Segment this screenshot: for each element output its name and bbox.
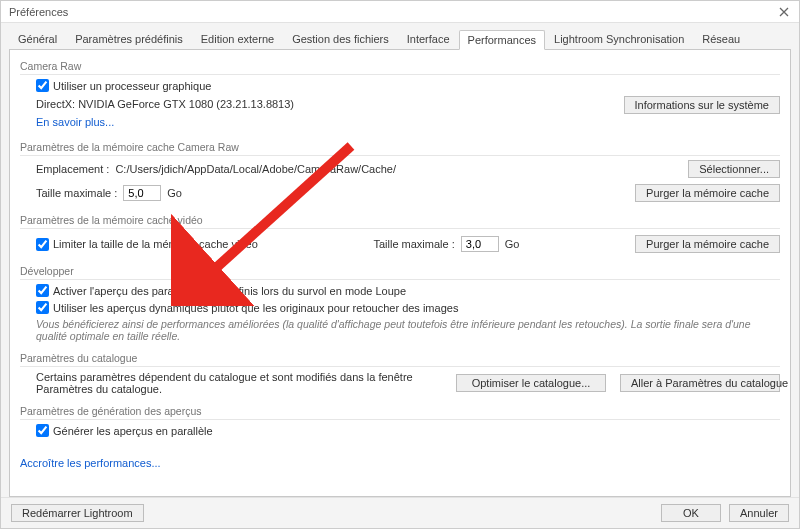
tabs-bar: Général Paramètres prédéfinis Edition ex… <box>1 23 799 49</box>
smart-previews-input[interactable] <box>36 301 49 314</box>
preview-presets-label: Activer l'aperçu des paramètres prédéfin… <box>53 285 406 297</box>
limit-video-cache-label: Limiter la taille de la mémoire cache vi… <box>53 238 258 250</box>
use-gpu-input[interactable] <box>36 79 49 92</box>
tab-general[interactable]: Général <box>9 29 66 49</box>
close-icon[interactable] <box>775 3 793 21</box>
cancel-button[interactable]: Annuler <box>729 504 789 522</box>
optimize-catalog-button[interactable]: Optimiser le catalogue... <box>456 374 606 392</box>
cache-location-label: Emplacement : <box>36 163 109 175</box>
tab-network[interactable]: Réseau <box>693 29 749 49</box>
limit-video-cache-checkbox[interactable]: Limiter la taille de la mémoire cache vi… <box>36 238 258 251</box>
group-video-cache: Limiter la taille de la mémoire cache vi… <box>20 228 780 261</box>
parallel-previews-label: Générer les aperçus en parallèle <box>53 425 213 437</box>
content-panel: Camera Raw Utiliser un processeur graphi… <box>9 49 791 497</box>
group-develop: Activer l'aperçu des paramètres prédéfin… <box>20 279 780 348</box>
tab-file-handling[interactable]: Gestion des fichiers <box>283 29 398 49</box>
choose-cache-button[interactable]: Sélectionner... <box>688 160 780 178</box>
tab-lightroom-sync[interactable]: Lightroom Synchronisation <box>545 29 693 49</box>
preview-presets-checkbox[interactable]: Activer l'aperçu des paramètres prédéfin… <box>36 284 780 297</box>
learn-more-link[interactable]: En savoir plus... <box>36 116 114 128</box>
raw-cache-maxsize-label: Taille maximale : <box>36 187 117 199</box>
titlebar: Préférences <box>1 1 799 23</box>
group-title-catalog: Paramètres du catalogue <box>20 352 780 364</box>
video-cache-maxsize-label: Taille maximale : <box>373 238 454 250</box>
parallel-previews-input[interactable] <box>36 424 49 437</box>
group-title-camera-raw: Camera Raw <box>20 60 780 72</box>
video-cache-maxsize-input[interactable] <box>461 236 499 252</box>
group-title-raw-cache: Paramètres de la mémoire cache Camera Ra… <box>20 141 780 153</box>
preview-presets-input[interactable] <box>36 284 49 297</box>
raw-cache-maxsize-input[interactable] <box>123 185 161 201</box>
group-preview-gen: Générer les aperçus en parallèle <box>20 419 780 443</box>
tab-interface[interactable]: Interface <box>398 29 459 49</box>
group-title-preview-gen: Paramètres de génération des aperçus <box>20 405 780 417</box>
go-catalog-settings-button[interactable]: Aller à Paramètres du catalogue <box>620 374 780 392</box>
parallel-previews-checkbox[interactable]: Générer les aperçus en parallèle <box>36 424 780 437</box>
tab-presets[interactable]: Paramètres prédéfinis <box>66 29 192 49</box>
group-catalog: Certains paramètres dépendent du catalog… <box>20 366 780 401</box>
catalog-note: Certains paramètres dépendent du catalog… <box>36 371 442 395</box>
performance-link[interactable]: Accroître les performances... <box>20 457 161 469</box>
tab-performance[interactable]: Performances <box>459 30 545 50</box>
window-title: Préférences <box>9 6 68 18</box>
group-title-develop: Développer <box>20 265 780 277</box>
smart-previews-checkbox[interactable]: Utiliser les aperçus dynamiques plutôt q… <box>36 301 780 314</box>
cache-location-value: C:/Users/jdich/AppData/Local/Adobe/Camer… <box>115 163 396 175</box>
gpu-info-text: DirectX: NVIDIA GeForce GTX 1080 (23.21.… <box>36 98 294 110</box>
use-gpu-label: Utiliser un processeur graphique <box>53 80 211 92</box>
smart-previews-label: Utiliser les aperçus dynamiques plutôt q… <box>53 302 458 314</box>
footer: Redémarrer Lightroom OK Annuler <box>1 497 799 528</box>
purge-raw-cache-button[interactable]: Purger la mémoire cache <box>635 184 780 202</box>
group-title-video-cache: Paramètres de la mémoire cache vidéo <box>20 214 780 226</box>
purge-video-cache-button[interactable]: Purger la mémoire cache <box>635 235 780 253</box>
raw-cache-unit: Go <box>167 187 182 199</box>
group-raw-cache: Emplacement : C:/Users/jdich/AppData/Loc… <box>20 155 780 210</box>
preferences-window: Préférences Général Paramètres prédéfini… <box>0 0 800 529</box>
develop-note: Vous bénéficierez ainsi de performances … <box>36 318 780 342</box>
ok-button[interactable]: OK <box>661 504 721 522</box>
tab-external-editing[interactable]: Edition externe <box>192 29 283 49</box>
limit-video-cache-input[interactable] <box>36 238 49 251</box>
restart-lightroom-button[interactable]: Redémarrer Lightroom <box>11 504 144 522</box>
use-gpu-checkbox[interactable]: Utiliser un processeur graphique <box>36 79 294 92</box>
system-info-button[interactable]: Informations sur le système <box>624 96 781 114</box>
group-camera-raw: Utiliser un processeur graphique DirectX… <box>20 74 780 137</box>
video-cache-unit: Go <box>505 238 520 250</box>
